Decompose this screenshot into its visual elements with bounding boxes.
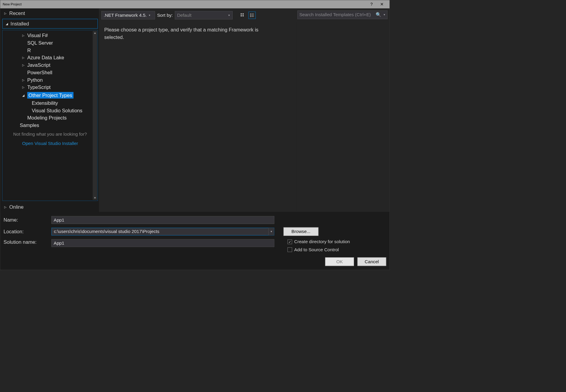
- dialog-buttons: OK Cancel: [0, 255, 390, 270]
- tree-recent-label: Recent: [9, 10, 25, 16]
- svg-rect-3: [243, 15, 244, 16]
- tree-item[interactable]: ▷Python: [2, 76, 97, 84]
- chevron-right-icon: ▷: [22, 34, 27, 37]
- svg-rect-2: [241, 15, 242, 16]
- chevron-right-icon: ▷: [22, 56, 27, 59]
- checkbox-checked-icon: ✓: [287, 240, 292, 244]
- chevron-right-icon: ▷: [4, 12, 7, 15]
- list-icon: [250, 13, 254, 17]
- scroll-down-icon[interactable]: ▼: [94, 196, 97, 200]
- tree-scrollbar[interactable]: ▲ ▼: [93, 31, 97, 200]
- source-control-checkbox[interactable]: Add to Source Control: [287, 247, 350, 252]
- create-directory-label: Create directory for solution: [294, 239, 350, 245]
- tree-installed[interactable]: ◢ Installed: [2, 19, 98, 29]
- svg-rect-0: [241, 13, 242, 15]
- grid-icon: [240, 13, 245, 17]
- form-section: Name: Location: ▼ Browse... Solution nam…: [0, 212, 390, 255]
- view-small-icons[interactable]: [248, 12, 256, 19]
- close-button[interactable]: ✕: [377, 0, 387, 9]
- tree-hint: Not finding what you are looking for?: [2, 129, 97, 140]
- tree-item[interactable]: R: [2, 47, 97, 54]
- name-input[interactable]: [51, 216, 274, 224]
- search-icon[interactable]: 🔍: [375, 12, 382, 18]
- svg-rect-7: [251, 15, 254, 15]
- svg-rect-6: [250, 15, 251, 16]
- tree-item[interactable]: SQL Server: [2, 39, 97, 47]
- tree-item[interactable]: PowerShell: [2, 69, 97, 76]
- tree-item-label: TypeScript: [27, 84, 51, 90]
- tree-item-label: SQL Server: [27, 40, 53, 46]
- location-input[interactable]: [51, 228, 274, 235]
- titlebar-title: New Project: [3, 2, 366, 7]
- chevron-down-icon: ▼: [148, 14, 151, 17]
- tree-items-container: ▷Visual F#SQL ServerR▷Azure Data Lake▷Ja…: [2, 30, 97, 201]
- sortby-label: Sort by:: [157, 13, 173, 18]
- tree-item[interactable]: ▷Visual F#: [2, 32, 97, 39]
- tree-item[interactable]: Visual Studio Solutions: [2, 107, 97, 114]
- tree-item[interactable]: Samples: [2, 122, 97, 129]
- tree-item-label: Samples: [20, 122, 39, 128]
- chevron-right-icon: ▷: [4, 205, 7, 209]
- top-section: ▷ Recent ◢ Installed ▷Visual F#SQL Serve…: [0, 8, 390, 212]
- solution-input[interactable]: [51, 239, 274, 247]
- template-tree: ▷ Recent ◢ Installed ▷Visual F#SQL Serve…: [0, 8, 100, 212]
- framework-dropdown[interactable]: .NET Framework 4.5. ▼: [101, 11, 155, 19]
- source-control-label: Add to Source Control: [294, 247, 339, 252]
- tree-item-label: PowerShell: [27, 70, 52, 75]
- main-area: ▷ Recent ◢ Installed ▷Visual F#SQL Serve…: [0, 8, 390, 270]
- open-installer-link[interactable]: Open Visual Studio Installer: [2, 140, 97, 149]
- tree-item[interactable]: ▷TypeScript: [2, 84, 97, 91]
- ok-button[interactable]: OK: [325, 257, 354, 266]
- svg-rect-9: [251, 16, 254, 17]
- chevron-right-icon: ▷: [22, 86, 27, 89]
- center-panel: .NET Framework 4.5. ▼ Sort by: Default ▼: [99, 8, 296, 212]
- name-label: Name:: [4, 217, 49, 223]
- tree-item[interactable]: Extensibility: [2, 99, 97, 107]
- tree-scroll-area: ▷Visual F#SQL ServerR▷Azure Data Lake▷Ja…: [2, 30, 98, 201]
- create-directory-checkbox[interactable]: ✓ Create directory for solution: [287, 239, 350, 245]
- search-dropdown-arrow[interactable]: ▼: [383, 13, 386, 16]
- tree-recent[interactable]: ▷ Recent: [0, 8, 99, 18]
- browse-button[interactable]: Browse...: [283, 227, 318, 236]
- chevron-right-icon: ▷: [22, 63, 27, 67]
- framework-value: .NET Framework 4.5.: [104, 13, 147, 18]
- tree-item[interactable]: ▷JavaScript: [2, 61, 97, 69]
- chevron-down-icon: ◢: [6, 22, 9, 25]
- tree-item[interactable]: ▷Azure Data Lake: [2, 54, 97, 61]
- new-project-dialog: New Project ? ✕ ▷ Recent ◢ Installed ▷Vi…: [0, 0, 390, 270]
- svg-rect-8: [250, 16, 251, 17]
- svg-rect-1: [243, 13, 244, 15]
- chevron-down-icon: ▼: [228, 14, 230, 17]
- tree-item-label: Visual F#: [27, 33, 48, 38]
- svg-rect-4: [250, 13, 251, 14]
- tree-item[interactable]: Modeling Projects: [2, 114, 97, 122]
- view-medium-icons[interactable]: [239, 12, 246, 19]
- cancel-button[interactable]: Cancel: [357, 257, 386, 266]
- tree-item-label: Other Project Types: [27, 92, 73, 99]
- scroll-up-icon[interactable]: ▲: [94, 31, 97, 34]
- titlebar: New Project ? ✕: [0, 0, 390, 9]
- tree-item-label: R: [27, 47, 31, 53]
- location-dropdown-arrow[interactable]: ▼: [268, 228, 274, 235]
- sortby-value: Default: [177, 13, 192, 18]
- solution-label: Solution name:: [4, 239, 49, 245]
- tree-item-label: Python: [27, 77, 43, 83]
- chevron-right-icon: ▷: [22, 78, 27, 82]
- tree-online-label: Online: [9, 204, 24, 210]
- tree-installed-label: Installed: [10, 21, 29, 27]
- right-panel: 🔍 ▼: [296, 8, 389, 212]
- help-button[interactable]: ?: [366, 0, 377, 9]
- search-input[interactable]: [299, 12, 374, 18]
- tree-item-label: Modeling Projects: [27, 115, 67, 121]
- tree-item[interactable]: ◢Other Project Types: [2, 91, 97, 99]
- tree-item-label: Azure Data Lake: [27, 55, 64, 60]
- toolbar: .NET Framework 4.5. ▼ Sort by: Default ▼: [99, 8, 296, 22]
- search-box[interactable]: 🔍 ▼: [297, 10, 387, 19]
- tree-item-label: Extensibility: [32, 100, 58, 106]
- svg-rect-5: [251, 14, 254, 14]
- tree-online[interactable]: ▷ Online: [0, 202, 99, 212]
- sortby-dropdown[interactable]: Default ▼: [175, 11, 233, 19]
- content-message: Please choose a project type, and verify…: [99, 22, 269, 45]
- chevron-down-icon: ◢: [22, 94, 27, 97]
- checkbox-unchecked-icon: [287, 247, 292, 252]
